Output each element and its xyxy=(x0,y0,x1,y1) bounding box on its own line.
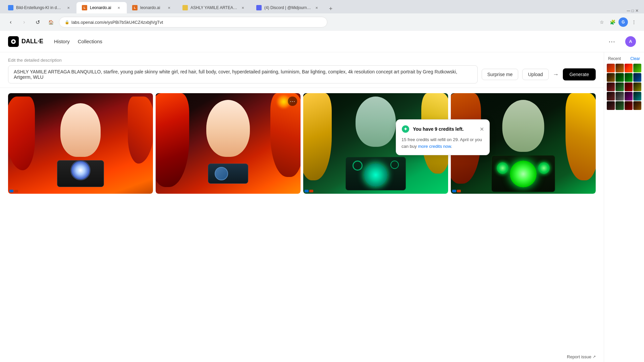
credits-link[interactable]: more credits now xyxy=(418,144,451,149)
profile-icon[interactable]: G xyxy=(619,17,628,27)
tab-close-2[interactable]: ✕ xyxy=(116,5,121,10)
thumb-row-2 xyxy=(607,73,641,82)
surprise-me-button[interactable]: Surprise me xyxy=(482,69,518,80)
report-issue-link[interactable]: Report issue ↗ xyxy=(567,354,596,359)
nav-reload[interactable]: ↺ xyxy=(32,17,43,27)
tab-close-1[interactable]: ✕ xyxy=(66,5,71,10)
window-close[interactable]: ✕ xyxy=(635,8,639,13)
thumb-1a[interactable] xyxy=(607,64,615,72)
app: DALL·E History Collections ⋯ A Edit the … xyxy=(0,31,644,362)
nav-forward[interactable]: › xyxy=(19,17,30,27)
nav-collections[interactable]: Collections xyxy=(78,37,102,46)
address-bar: ‹ › ↺ 🏠 🔒 labs.openai.com/e/ysPBi7bSkU4C… xyxy=(0,13,644,31)
tab-leonardo[interactable]: L Leonardo.ai ✕ xyxy=(76,2,127,13)
thumb-4c[interactable] xyxy=(625,92,633,101)
top-nav: DALL·E History Collections ⋯ A xyxy=(0,31,644,52)
right-sidebar: Recent Clear xyxy=(604,52,644,362)
tab-leonardo2[interactable]: L leonardo.ai ✕ xyxy=(127,2,177,13)
thumb-4a[interactable] xyxy=(607,92,615,101)
thumb-2c[interactable] xyxy=(625,73,633,82)
thumb-row-3 xyxy=(607,82,641,91)
address-input[interactable]: 🔒 labs.openai.com/e/ysPBi7bSkU4CZ4zxbjlV… xyxy=(59,17,327,27)
notification-popup: ✦ You have 9 credits left. ✕ 15 free cre… xyxy=(396,119,490,155)
thumb-3c[interactable] xyxy=(625,82,633,91)
tab-close-4[interactable]: ✕ xyxy=(240,5,246,10)
sidebar-header: Recent Clear xyxy=(607,55,641,64)
tab-discord[interactable]: (4) Discord | @Midjourney Bot ✕ xyxy=(251,2,325,13)
thumb-2a[interactable] xyxy=(607,73,615,82)
arrow-right-icon[interactable]: → xyxy=(553,71,559,78)
tab-bar: Bild-Erstellungs-KI in der Übers... ✕ L … xyxy=(0,0,644,13)
nav-back[interactable]: ‹ xyxy=(5,17,16,27)
svg-text:✦: ✦ xyxy=(404,126,408,132)
bookmark-icon[interactable]: ☆ xyxy=(597,17,606,27)
dall-e-logo-icon xyxy=(8,36,19,47)
tab-bild[interactable]: Bild-Erstellungs-KI in der Übers... ✕ xyxy=(3,2,76,13)
prompt-input[interactable]: ASHLY YAMILE ARTEAGA BLANQUILLO, starfir… xyxy=(8,65,478,83)
thumb-5a[interactable] xyxy=(607,101,615,110)
thumb-2d[interactable] xyxy=(633,73,641,82)
sidebar-recent-label: Recent xyxy=(608,56,621,61)
new-tab-button[interactable]: + xyxy=(326,4,335,13)
thumb-1b[interactable] xyxy=(615,64,624,72)
browser-chrome: Bild-Erstellungs-KI in der Übers... ✕ L … xyxy=(0,0,644,31)
generate-button[interactable]: Generate xyxy=(563,68,596,80)
tab-ashly[interactable]: ASHLY YAMILE ARTEAGA BLANC... ✕ xyxy=(177,2,251,13)
report-issue-row: Report issue ↗ xyxy=(0,352,604,362)
dall-e-logo[interactable]: DALL·E xyxy=(8,36,43,47)
nav-history[interactable]: History xyxy=(54,37,70,46)
thumb-row-1 xyxy=(607,64,641,72)
svg-point-1 xyxy=(12,41,14,43)
address-text: labs.openai.com/e/ysPBi7bSkU4CZ4zxbjlVgT… xyxy=(71,20,163,25)
prompt-area: Edit the detailed description ASHLY YAMI… xyxy=(0,52,604,88)
thumb-3d[interactable] xyxy=(633,82,641,91)
prompt-label: Edit the detailed description xyxy=(8,58,596,63)
dall-e-text: DALL·E xyxy=(21,38,43,45)
more-dots-icon: ⋯ xyxy=(608,38,615,46)
notif-close-btn[interactable]: ✕ xyxy=(480,126,484,132)
upload-button[interactable]: Upload xyxy=(522,69,548,80)
window-minimize[interactable]: ─ xyxy=(627,8,630,13)
notif-body: 15 free credits will refill on 29. April… xyxy=(401,136,484,149)
thumb-4b[interactable] xyxy=(615,92,624,101)
notif-title: You have 9 credits left. xyxy=(413,126,476,132)
thumb-5b[interactable] xyxy=(615,101,624,110)
sidebar-clear-button[interactable]: Clear xyxy=(630,56,640,61)
thumb-3a[interactable] xyxy=(607,82,615,91)
lock-icon: 🔒 xyxy=(65,20,69,24)
center-wrapper: Edit the detailed description ASHLY YAMI… xyxy=(0,52,604,362)
upload-label: Upload xyxy=(528,72,543,77)
thumb-3b[interactable] xyxy=(615,82,624,91)
thumb-row-4 xyxy=(607,92,641,101)
notif-icon: ✦ xyxy=(401,125,410,133)
image-more-btn-2[interactable]: ⋯ xyxy=(288,97,297,106)
external-link-icon: ↗ xyxy=(593,355,596,359)
nav-more-button[interactable]: ⋯ xyxy=(606,36,617,47)
report-issue-text: Report issue xyxy=(567,354,591,359)
thumb-5d[interactable] xyxy=(633,101,641,110)
image-grid: ⋯ xyxy=(0,88,604,352)
tab-close-3[interactable]: ✕ xyxy=(166,5,172,10)
thumb-2b[interactable] xyxy=(615,73,624,82)
main-area: Edit the detailed description ASHLY YAMI… xyxy=(0,52,644,362)
tab-close-5[interactable]: ✕ xyxy=(314,5,319,10)
thumb-1d[interactable] xyxy=(633,64,641,72)
thumb-1c[interactable] xyxy=(625,64,633,72)
center-content: Edit the detailed description ASHLY YAMI… xyxy=(0,52,604,362)
thumb-5c[interactable] xyxy=(625,101,633,110)
thumb-row-5 xyxy=(607,101,641,110)
extension-icon[interactable]: 🧩 xyxy=(608,17,617,27)
thumb-4d[interactable] xyxy=(633,92,641,101)
image-cell-1[interactable] xyxy=(8,93,153,194)
prompt-input-row: ASHLY YAMILE ARTEAGA BLANQUILLO, starfir… xyxy=(8,65,596,83)
user-avatar[interactable]: A xyxy=(625,36,636,47)
image-cell-2[interactable]: ⋯ xyxy=(156,93,301,194)
settings-icon[interactable]: ⋮ xyxy=(629,17,639,27)
nav-home[interactable]: 🏠 xyxy=(46,17,56,27)
notif-header: ✦ You have 9 credits left. ✕ xyxy=(401,125,484,133)
window-maximize[interactable]: □ xyxy=(632,8,634,13)
user-initial: A xyxy=(629,39,632,44)
